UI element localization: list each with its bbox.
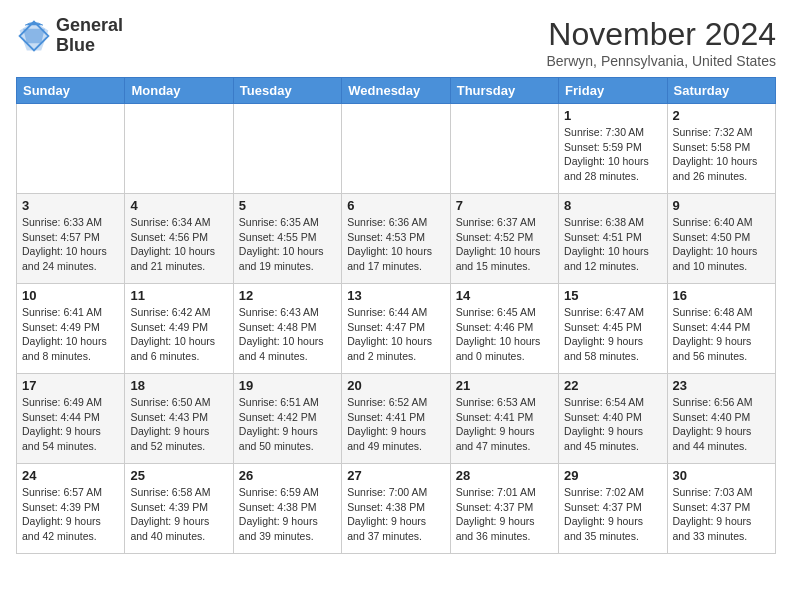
calendar-week-5: 24Sunrise: 6:57 AM Sunset: 4:39 PM Dayli… bbox=[17, 464, 776, 554]
day-info: Sunrise: 7:30 AM Sunset: 5:59 PM Dayligh… bbox=[564, 125, 661, 184]
day-number: 30 bbox=[673, 468, 770, 483]
day-info: Sunrise: 7:03 AM Sunset: 4:37 PM Dayligh… bbox=[673, 485, 770, 544]
day-info: Sunrise: 6:54 AM Sunset: 4:40 PM Dayligh… bbox=[564, 395, 661, 454]
day-number: 29 bbox=[564, 468, 661, 483]
day-info: Sunrise: 6:48 AM Sunset: 4:44 PM Dayligh… bbox=[673, 305, 770, 364]
day-number: 14 bbox=[456, 288, 553, 303]
calendar-cell: 17Sunrise: 6:49 AM Sunset: 4:44 PM Dayli… bbox=[17, 374, 125, 464]
day-number: 8 bbox=[564, 198, 661, 213]
calendar-cell bbox=[17, 104, 125, 194]
day-info: Sunrise: 7:02 AM Sunset: 4:37 PM Dayligh… bbox=[564, 485, 661, 544]
calendar-cell: 28Sunrise: 7:01 AM Sunset: 4:37 PM Dayli… bbox=[450, 464, 558, 554]
day-info: Sunrise: 6:34 AM Sunset: 4:56 PM Dayligh… bbox=[130, 215, 227, 274]
calendar-cell: 14Sunrise: 6:45 AM Sunset: 4:46 PM Dayli… bbox=[450, 284, 558, 374]
day-info: Sunrise: 6:50 AM Sunset: 4:43 PM Dayligh… bbox=[130, 395, 227, 454]
calendar-cell: 3Sunrise: 6:33 AM Sunset: 4:57 PM Daylig… bbox=[17, 194, 125, 284]
day-number: 4 bbox=[130, 198, 227, 213]
day-number: 5 bbox=[239, 198, 336, 213]
day-number: 18 bbox=[130, 378, 227, 393]
calendar-cell: 15Sunrise: 6:47 AM Sunset: 4:45 PM Dayli… bbox=[559, 284, 667, 374]
calendar-header-row: Sunday Monday Tuesday Wednesday Thursday… bbox=[17, 78, 776, 104]
calendar-cell: 25Sunrise: 6:58 AM Sunset: 4:39 PM Dayli… bbox=[125, 464, 233, 554]
calendar-cell: 6Sunrise: 6:36 AM Sunset: 4:53 PM Daylig… bbox=[342, 194, 450, 284]
day-info: Sunrise: 6:42 AM Sunset: 4:49 PM Dayligh… bbox=[130, 305, 227, 364]
day-number: 25 bbox=[130, 468, 227, 483]
day-number: 24 bbox=[22, 468, 119, 483]
day-info: Sunrise: 6:43 AM Sunset: 4:48 PM Dayligh… bbox=[239, 305, 336, 364]
day-number: 17 bbox=[22, 378, 119, 393]
day-number: 1 bbox=[564, 108, 661, 123]
day-number: 28 bbox=[456, 468, 553, 483]
day-number: 21 bbox=[456, 378, 553, 393]
day-info: Sunrise: 6:47 AM Sunset: 4:45 PM Dayligh… bbox=[564, 305, 661, 364]
day-number: 26 bbox=[239, 468, 336, 483]
day-info: Sunrise: 6:37 AM Sunset: 4:52 PM Dayligh… bbox=[456, 215, 553, 274]
day-info: Sunrise: 6:56 AM Sunset: 4:40 PM Dayligh… bbox=[673, 395, 770, 454]
calendar-cell: 19Sunrise: 6:51 AM Sunset: 4:42 PM Dayli… bbox=[233, 374, 341, 464]
header-wednesday: Wednesday bbox=[342, 78, 450, 104]
calendar-cell: 24Sunrise: 6:57 AM Sunset: 4:39 PM Dayli… bbox=[17, 464, 125, 554]
calendar-cell bbox=[125, 104, 233, 194]
calendar-cell: 9Sunrise: 6:40 AM Sunset: 4:50 PM Daylig… bbox=[667, 194, 775, 284]
calendar-cell: 18Sunrise: 6:50 AM Sunset: 4:43 PM Dayli… bbox=[125, 374, 233, 464]
header-tuesday: Tuesday bbox=[233, 78, 341, 104]
day-number: 2 bbox=[673, 108, 770, 123]
day-info: Sunrise: 6:57 AM Sunset: 4:39 PM Dayligh… bbox=[22, 485, 119, 544]
calendar-cell: 1Sunrise: 7:30 AM Sunset: 5:59 PM Daylig… bbox=[559, 104, 667, 194]
calendar-cell: 21Sunrise: 6:53 AM Sunset: 4:41 PM Dayli… bbox=[450, 374, 558, 464]
day-info: Sunrise: 7:32 AM Sunset: 5:58 PM Dayligh… bbox=[673, 125, 770, 184]
calendar-cell bbox=[233, 104, 341, 194]
calendar-week-3: 10Sunrise: 6:41 AM Sunset: 4:49 PM Dayli… bbox=[17, 284, 776, 374]
calendar-cell: 23Sunrise: 6:56 AM Sunset: 4:40 PM Dayli… bbox=[667, 374, 775, 464]
day-info: Sunrise: 6:58 AM Sunset: 4:39 PM Dayligh… bbox=[130, 485, 227, 544]
header-friday: Friday bbox=[559, 78, 667, 104]
day-number: 13 bbox=[347, 288, 444, 303]
logo: General Blue bbox=[16, 16, 123, 56]
month-title: November 2024 bbox=[546, 16, 776, 53]
calendar-cell: 8Sunrise: 6:38 AM Sunset: 4:51 PM Daylig… bbox=[559, 194, 667, 284]
day-info: Sunrise: 6:45 AM Sunset: 4:46 PM Dayligh… bbox=[456, 305, 553, 364]
day-number: 20 bbox=[347, 378, 444, 393]
header-monday: Monday bbox=[125, 78, 233, 104]
calendar-cell: 7Sunrise: 6:37 AM Sunset: 4:52 PM Daylig… bbox=[450, 194, 558, 284]
day-number: 10 bbox=[22, 288, 119, 303]
logo-text: General Blue bbox=[56, 16, 123, 56]
day-info: Sunrise: 6:40 AM Sunset: 4:50 PM Dayligh… bbox=[673, 215, 770, 274]
title-area: November 2024 Berwyn, Pennsylvania, Unit… bbox=[546, 16, 776, 69]
calendar-cell bbox=[450, 104, 558, 194]
day-info: Sunrise: 6:38 AM Sunset: 4:51 PM Dayligh… bbox=[564, 215, 661, 274]
calendar-cell: 11Sunrise: 6:42 AM Sunset: 4:49 PM Dayli… bbox=[125, 284, 233, 374]
day-info: Sunrise: 6:41 AM Sunset: 4:49 PM Dayligh… bbox=[22, 305, 119, 364]
calendar-cell: 4Sunrise: 6:34 AM Sunset: 4:56 PM Daylig… bbox=[125, 194, 233, 284]
day-number: 12 bbox=[239, 288, 336, 303]
day-number: 22 bbox=[564, 378, 661, 393]
calendar-cell bbox=[342, 104, 450, 194]
day-info: Sunrise: 6:33 AM Sunset: 4:57 PM Dayligh… bbox=[22, 215, 119, 274]
calendar-cell: 16Sunrise: 6:48 AM Sunset: 4:44 PM Dayli… bbox=[667, 284, 775, 374]
header-thursday: Thursday bbox=[450, 78, 558, 104]
day-info: Sunrise: 6:59 AM Sunset: 4:38 PM Dayligh… bbox=[239, 485, 336, 544]
day-info: Sunrise: 6:51 AM Sunset: 4:42 PM Dayligh… bbox=[239, 395, 336, 454]
header: General Blue November 2024 Berwyn, Penns… bbox=[16, 16, 776, 69]
calendar-cell: 22Sunrise: 6:54 AM Sunset: 4:40 PM Dayli… bbox=[559, 374, 667, 464]
day-info: Sunrise: 6:49 AM Sunset: 4:44 PM Dayligh… bbox=[22, 395, 119, 454]
calendar-cell: 27Sunrise: 7:00 AM Sunset: 4:38 PM Dayli… bbox=[342, 464, 450, 554]
day-number: 27 bbox=[347, 468, 444, 483]
day-info: Sunrise: 6:52 AM Sunset: 4:41 PM Dayligh… bbox=[347, 395, 444, 454]
calendar-week-2: 3Sunrise: 6:33 AM Sunset: 4:57 PM Daylig… bbox=[17, 194, 776, 284]
calendar-cell: 2Sunrise: 7:32 AM Sunset: 5:58 PM Daylig… bbox=[667, 104, 775, 194]
logo-icon bbox=[16, 18, 52, 54]
header-sunday: Sunday bbox=[17, 78, 125, 104]
day-number: 16 bbox=[673, 288, 770, 303]
day-info: Sunrise: 6:35 AM Sunset: 4:55 PM Dayligh… bbox=[239, 215, 336, 274]
day-number: 3 bbox=[22, 198, 119, 213]
calendar-cell: 20Sunrise: 6:52 AM Sunset: 4:41 PM Dayli… bbox=[342, 374, 450, 464]
calendar-cell: 13Sunrise: 6:44 AM Sunset: 4:47 PM Dayli… bbox=[342, 284, 450, 374]
header-saturday: Saturday bbox=[667, 78, 775, 104]
calendar-cell: 12Sunrise: 6:43 AM Sunset: 4:48 PM Dayli… bbox=[233, 284, 341, 374]
day-number: 23 bbox=[673, 378, 770, 393]
calendar-week-4: 17Sunrise: 6:49 AM Sunset: 4:44 PM Dayli… bbox=[17, 374, 776, 464]
day-info: Sunrise: 7:00 AM Sunset: 4:38 PM Dayligh… bbox=[347, 485, 444, 544]
day-info: Sunrise: 6:36 AM Sunset: 4:53 PM Dayligh… bbox=[347, 215, 444, 274]
day-info: Sunrise: 6:53 AM Sunset: 4:41 PM Dayligh… bbox=[456, 395, 553, 454]
